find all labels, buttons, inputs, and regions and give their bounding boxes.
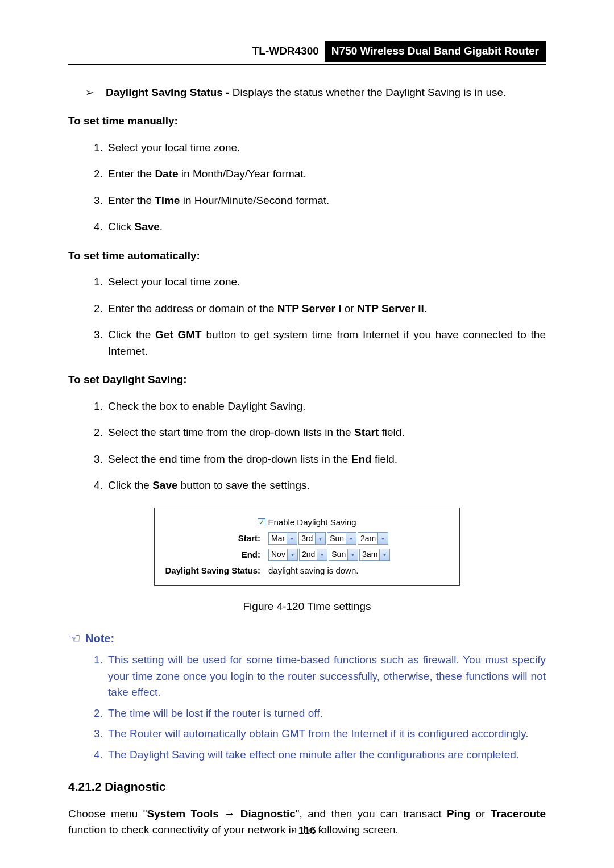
model-number: TL-WDR4300 — [252, 42, 325, 61]
dst-steps: Check the box to enable Daylight Saving.… — [68, 398, 546, 494]
start-hour-select[interactable]: 2am▾ — [358, 532, 388, 545]
manual-step-3: Enter the Time in Hour/Minute/Second for… — [106, 193, 546, 209]
manual-step-1: Select your local time zone. — [106, 140, 546, 156]
page-number: - 116 - — [0, 823, 614, 839]
start-day-select[interactable]: Sun▾ — [327, 532, 356, 545]
note-4: The Daylight Saving will take effect one… — [106, 747, 546, 763]
chevron-down-icon: ▾ — [379, 549, 389, 560]
dst-step-3: Select the end time from the drop-down l… — [106, 451, 546, 468]
product-name: N750 Wireless Dual Band Gigabit Router — [325, 41, 546, 62]
end-month-select[interactable]: Nov▾ — [268, 549, 298, 561]
chevron-down-icon: ▾ — [377, 533, 388, 544]
auto-step-3: Click the Get GMT button to get system t… — [106, 327, 546, 359]
note-list: This setting will be used for some time-… — [68, 652, 546, 763]
chevron-down-icon: ▾ — [347, 549, 358, 560]
manual-steps: Select your local time zone. Enter the D… — [68, 140, 546, 235]
enable-dst-checkbox[interactable]: ✓ — [258, 518, 265, 526]
figure-caption: Figure 4-120 Time settings — [68, 599, 546, 615]
enable-dst-label: Enable Daylight Saving — [268, 516, 356, 529]
bullet-text: Daylight Saving Status - Displays the st… — [106, 85, 506, 101]
chevron-down-icon: ▾ — [346, 533, 356, 544]
end-row: End: Nov▾ 2nd▾ Sun▾ 3am▾ — [160, 549, 454, 562]
chevron-down-icon: ▾ — [315, 533, 325, 544]
chevron-down-icon: ▾ — [287, 549, 297, 560]
status-row: Daylight Saving Status: daylight saving … — [160, 564, 454, 578]
start-label: Start: — [160, 532, 268, 545]
bullet-daylight-status: ➢ Daylight Saving Status - Displays the … — [68, 85, 546, 101]
figure-time-settings: ✓ Enable Daylight Saving Start: Mar▾ 3rd… — [68, 508, 546, 586]
chevron-down-icon: ▾ — [317, 549, 327, 560]
start-row: Start: Mar▾ 3rd▾ Sun▾ 2am▾ — [160, 532, 454, 545]
chevron-icon: ➢ — [85, 85, 94, 101]
manual-title: To set time manually: — [68, 113, 546, 130]
auto-title: To set time automatically: — [68, 248, 546, 264]
end-label: End: — [160, 549, 268, 562]
dst-step-2: Select the start time from the drop-down… — [106, 425, 546, 441]
start-week-select[interactable]: 3rd▾ — [298, 532, 326, 545]
end-hour-select[interactable]: 3am▾ — [359, 549, 390, 561]
manual-step-2: Enter the Date in Month/Day/Year format. — [106, 166, 546, 182]
note-heading: ☞ Note: — [68, 628, 546, 649]
end-week-select[interactable]: 2nd▾ — [299, 549, 327, 561]
chevron-down-icon: ▾ — [287, 533, 297, 544]
end-day-select[interactable]: Sun▾ — [329, 549, 358, 561]
note-title: Note: — [85, 630, 114, 647]
note-2: The time will be lost if the router is t… — [106, 705, 546, 722]
note-3: The Router will automatically obtain GMT… — [106, 726, 546, 742]
start-month-select[interactable]: Mar▾ — [268, 532, 297, 545]
hand-icon: ☞ — [68, 628, 81, 649]
auto-step-2: Enter the address or domain of the NTP S… — [106, 301, 546, 317]
diagnostic-heading: 4.21.2 Diagnostic — [68, 778, 546, 796]
note-1: This setting will be used for some time-… — [106, 652, 546, 701]
auto-steps: Select your local time zone. Enter the a… — [68, 274, 546, 359]
manual-step-4: Click Save. — [106, 219, 546, 235]
enable-dst-row: ✓ Enable Daylight Saving — [160, 516, 454, 529]
dst-title: To set Daylight Saving: — [68, 372, 546, 388]
dst-status-value: daylight saving is down. — [268, 564, 358, 578]
page-header: TL-WDR4300 N750 Wireless Dual Band Gigab… — [68, 41, 546, 65]
auto-step-1: Select your local time zone. — [106, 274, 546, 290]
dst-step-4: Click the Save button to save the settin… — [106, 477, 546, 494]
dst-step-1: Check the box to enable Daylight Saving. — [106, 398, 546, 415]
dst-status-label: Daylight Saving Status: — [160, 564, 268, 578]
